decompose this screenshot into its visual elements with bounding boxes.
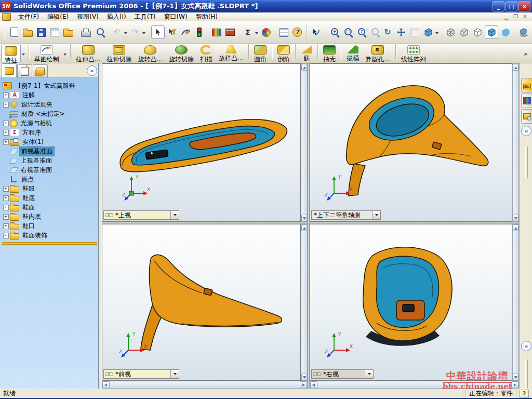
edit-color-icon[interactable] [210, 26, 223, 38]
expand-icon[interactable]: + [3, 92, 9, 98]
print-icon[interactable] [79, 26, 92, 38]
tree-item-top-plane[interactable]: 上视基准面 [2, 156, 98, 165]
close-button[interactable]: × [518, 1, 530, 11]
vertical-scrollbar[interactable] [512, 63, 519, 222]
print-preview-icon[interactable] [93, 26, 105, 38]
shaded-icon[interactable] [499, 26, 512, 38]
vertical-scrollbar[interactable] [301, 224, 308, 381]
shell-button[interactable]: 抽壳 [320, 44, 339, 63]
menu-window[interactable]: 窗口(W) [159, 12, 191, 22]
tree-root[interactable]: 【例7-1】女式高跟鞋 [2, 81, 98, 90]
view-orientation-dropdown[interactable]: *上视 [103, 210, 179, 220]
shadows-in-shaded-mode-icon[interactable] [517, 26, 529, 38]
viewport-horizontal-splitter[interactable] [102, 222, 308, 224]
view-orientation-dropdown[interactable]: *上下二等角轴测 [311, 210, 381, 220]
undo-dropdown-icon[interactable] [124, 32, 127, 36]
viewport-horizontal-splitter[interactable] [310, 222, 519, 224]
draft-button[interactable]: 拔模 [343, 44, 362, 63]
task-pane-collapse-button[interactable]: « [521, 341, 531, 351]
extruded-boss-button[interactable]: 拉伸凸... [73, 44, 103, 63]
rib-button[interactable]: 筋 [298, 44, 315, 63]
tree-item-sole-folder[interactable]: + 鞋底 [2, 193, 98, 203]
wireframe-icon[interactable] [444, 26, 457, 38]
toolbar-drag-handle[interactable] [4, 25, 5, 39]
tree-item-right-plane[interactable]: 右视基准面 [2, 165, 98, 175]
redo-icon[interactable]: ↷ [129, 26, 141, 38]
loft-button[interactable]: 放样凸... [216, 44, 246, 63]
expand-icon[interactable]: + [3, 139, 9, 145]
tree-item-solid-bodies[interactable]: + 实体(1) [2, 137, 98, 147]
title-bar[interactable]: SW SolidWorks Office Premium 2006 - [【例7… [0, 0, 532, 12]
vertical-scrollbar[interactable] [512, 224, 519, 381]
maximize-button[interactable]: □ [506, 1, 517, 11]
design-library-tab[interactable] [521, 94, 532, 108]
doc-minimize-button[interactable]: ▁ [502, 14, 510, 20]
standard-views-dropdown-icon[interactable] [435, 32, 438, 36]
tree-item-decoration-folder[interactable]: + 鞋面装饰 [2, 231, 98, 240]
menu-view[interactable]: 视图(V) [73, 12, 103, 22]
hidden-lines-visible-icon[interactable] [458, 26, 470, 38]
chevron-down-icon[interactable] [372, 211, 380, 219]
feature-manager-tab[interactable] [2, 63, 17, 77]
tree-item-upper-folder[interactable]: + 鞋面 [2, 203, 98, 212]
expand-icon[interactable]: + [3, 205, 9, 210]
zoom-in-out-icon[interactable]: ↕ [354, 26, 367, 38]
vertical-scrollbar[interactable] [301, 63, 308, 222]
reference-view-icon[interactable] [408, 26, 421, 38]
expand-icon[interactable]: + [3, 130, 9, 136]
features-tab-button[interactable]: 特征 [1, 45, 21, 62]
tree-item-lights-cameras[interactable]: + 光源与相机 [2, 118, 98, 128]
features-tab-dropdown[interactable] [21, 44, 26, 63]
make-drawing-from-part-icon[interactable] [48, 26, 61, 38]
viewport-front[interactable]: Y X Z *前视 [102, 224, 301, 381]
task-pane-collapse-button[interactable]: « [521, 126, 531, 136]
property-manager-tab[interactable] [17, 64, 32, 77]
sketch-tab-button[interactable]: 草图绘制 [31, 44, 62, 63]
hidden-lines-removed-icon[interactable] [471, 26, 484, 38]
view-toolbar-drag-handle[interactable] [306, 25, 307, 39]
tree-item-material[interactable]: 材质 <未指定> [2, 109, 98, 118]
selection-filter-icon[interactable] [166, 26, 178, 38]
menu-insert[interactable]: 插入(I) [103, 12, 130, 22]
menu-edit[interactable]: 编辑(E) [43, 12, 73, 22]
viewport-dimetric[interactable]: Y X Z *上下二等角轴测 [310, 63, 512, 222]
revolved-cut-button[interactable]: 旋转切除 [166, 44, 197, 63]
view-orientation-dropdown[interactable]: *右视 [311, 369, 374, 379]
shaded-with-edges-icon[interactable] [485, 25, 498, 39]
viewport-right[interactable]: Y X Z *右视 [310, 224, 512, 381]
extruded-cut-button[interactable]: 拉伸切除 [103, 44, 135, 63]
tree-item-design-binder[interactable]: + 设计活页夹 [2, 100, 98, 109]
sweep-button[interactable]: 扫描 [197, 44, 216, 63]
tree-item-front-plane[interactable]: 前视基准面 [2, 147, 98, 156]
minimize-button[interactable]: _ [493, 1, 504, 11]
viewport-top[interactable]: Y X Z *上视 [102, 63, 301, 222]
tree-item-insole-folder[interactable]: + 鞋内底 [2, 212, 98, 221]
tree-item-annotations[interactable]: + A 注解 [2, 90, 98, 100]
linear-pattern-button[interactable]: 线性阵列 [398, 44, 429, 63]
drag-handle[interactable] [525, 360, 528, 391]
menu-help[interactable]: 帮助(H) [192, 12, 222, 22]
rollback-bar[interactable] [2, 242, 97, 245]
chevron-down-icon[interactable] [170, 370, 179, 378]
zoom-to-selection-icon[interactable] [368, 26, 380, 38]
rebuild-traffic-light-icon[interactable] [193, 26, 205, 38]
make-assembly-from-part-icon[interactable] [62, 26, 74, 38]
expand-icon[interactable]: + [3, 223, 9, 229]
chamfer-button[interactable]: 倒角 [274, 44, 293, 63]
solidworks-resources-tab[interactable] [521, 78, 532, 92]
hole-wizard-button[interactable]: 异型孔... [362, 44, 393, 63]
revolved-boss-button[interactable]: 旋转凸... [135, 44, 165, 63]
select-arrow-icon[interactable] [151, 25, 165, 39]
viewport-vertical-splitter[interactable] [308, 63, 310, 389]
horizontal-scrollbar[interactable] [102, 381, 308, 389]
view-pointer-icon[interactable] [310, 26, 322, 38]
pan-icon[interactable] [395, 26, 407, 38]
standard-views-cube-icon[interactable] [422, 26, 434, 38]
drag-handle[interactable] [525, 147, 528, 178]
menu-file[interactable]: 文件(F) [14, 12, 43, 22]
document-icon[interactable] [2, 13, 11, 21]
sketch-pencil-icon[interactable] [179, 26, 192, 38]
zoom-to-area-icon[interactable]: □ [341, 26, 353, 38]
expand-icon[interactable]: + [3, 233, 9, 238]
tree-item-equations[interactable]: + Σ 方程序 [2, 128, 98, 137]
